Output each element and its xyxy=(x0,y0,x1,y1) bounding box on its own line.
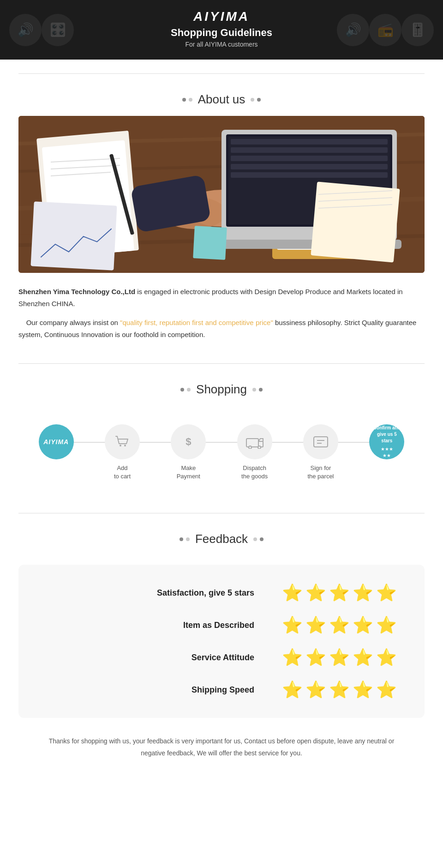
svg-rect-25 xyxy=(231,172,388,178)
shopping-divider-top xyxy=(18,363,425,364)
shopping-flow: AIYIMA Addto cart $ MakePayment xyxy=(18,415,425,490)
header-center-content: AIYIMA Shopping Guidelines For all AIYIM… xyxy=(0,9,443,48)
feedback-row-described: Item as Described ⭐ ⭐ ⭐ ⭐ ⭐ xyxy=(46,615,397,635)
about-quote: "quality first, reputation first and com… xyxy=(120,319,273,326)
shopping-dots-right xyxy=(252,388,263,392)
feedback-dots-left xyxy=(180,537,190,541)
star-12: ⭐ xyxy=(305,648,326,667)
svg-rect-22 xyxy=(231,147,388,153)
dot-4 xyxy=(257,98,261,102)
dot-6 xyxy=(187,388,191,392)
about-image-svg xyxy=(18,116,425,273)
cart-icon xyxy=(105,424,140,459)
cart-svg xyxy=(114,434,131,450)
about-dots-right xyxy=(251,98,261,102)
dot-8 xyxy=(259,388,263,392)
feedback-divider-top xyxy=(18,513,425,513)
feedback-stars-satisfaction: ⭐ ⭐ ⭐ ⭐ ⭐ xyxy=(282,583,397,603)
dot-12 xyxy=(260,537,263,541)
header-title: Shopping Guidelines xyxy=(0,27,443,39)
star-20: ⭐ xyxy=(376,680,397,699)
star-16: ⭐ xyxy=(282,680,303,699)
svg-rect-21 xyxy=(231,139,388,145)
star-5: ⭐ xyxy=(376,583,397,603)
feedback-section: Satisfaction, give 5 stars ⭐ ⭐ ⭐ ⭐ ⭐ Ite… xyxy=(0,555,443,791)
star-11: ⭐ xyxy=(282,648,303,667)
dot-3 xyxy=(251,98,254,102)
dot-5 xyxy=(180,388,184,392)
about-paragraph-2: Our company always insist on "quality fi… xyxy=(18,317,425,340)
flow-step-sign: Sign forthe parcel xyxy=(287,424,353,481)
star-8: ⭐ xyxy=(329,615,350,635)
aiyima-icon: AIYIMA xyxy=(39,424,74,459)
confirm-stars: ★★★★★ xyxy=(381,446,393,459)
feedback-dots-right xyxy=(253,537,263,541)
about-section: Shenzhen Yima Technology Co.,Ltd is enga… xyxy=(0,116,443,340)
about-paragraph-1: Shenzhen Yima Technology Co.,Ltd is enga… xyxy=(18,286,425,309)
star-14: ⭐ xyxy=(353,648,373,667)
dot-11 xyxy=(253,537,257,541)
star-9: ⭐ xyxy=(353,615,373,635)
dot-2 xyxy=(189,98,192,102)
star-13: ⭐ xyxy=(329,648,350,667)
feedback-row-satisfaction: Satisfaction, give 5 stars ⭐ ⭐ ⭐ ⭐ ⭐ xyxy=(46,583,397,603)
svg-point-33 xyxy=(124,445,126,446)
sign-icon xyxy=(303,424,338,459)
header: 🔊 🎛️ 🔊 📻 🎚️ AIYIMA Shopping Guidelines F… xyxy=(0,0,443,60)
svg-point-36 xyxy=(249,446,251,449)
flow-step-aiyima: AIYIMA xyxy=(23,424,89,464)
star-19: ⭐ xyxy=(353,680,373,699)
about-image xyxy=(18,116,425,273)
confirm-text: Confirm andgive us 5 stars xyxy=(373,425,401,444)
flow-step-payment: $ MakePayment xyxy=(156,424,222,481)
star-4: ⭐ xyxy=(353,583,373,603)
svg-rect-34 xyxy=(246,439,258,447)
sign-svg xyxy=(312,435,329,449)
shopping-title: Shopping xyxy=(196,382,247,397)
about-section-header: About us xyxy=(0,92,443,107)
star-18: ⭐ xyxy=(329,680,350,699)
dot-7 xyxy=(252,388,256,392)
flow-step-confirm: Confirm andgive us 5 stars ★★★★★ xyxy=(354,424,420,464)
shopping-section-header: Shopping xyxy=(0,382,443,397)
flow-label-dispatch: Dispatchthe goods xyxy=(241,464,268,481)
svg-rect-27 xyxy=(193,226,227,260)
about-divider-top xyxy=(18,73,425,74)
feedback-stars-service: ⭐ ⭐ ⭐ ⭐ ⭐ xyxy=(282,648,397,667)
header-subtitle: For all AIYIMA customers xyxy=(0,41,443,48)
feedback-label-described: Item as Described xyxy=(46,621,282,630)
star-17: ⭐ xyxy=(305,680,326,699)
star-10: ⭐ xyxy=(376,615,397,635)
company-name: Shenzhen Yima Technology Co.,Ltd xyxy=(18,288,135,295)
star-1: ⭐ xyxy=(282,583,303,603)
star-15: ⭐ xyxy=(376,648,397,667)
flow-step-dispatch: Dispatchthe goods xyxy=(222,424,287,481)
star-7: ⭐ xyxy=(305,615,326,635)
svg-point-37 xyxy=(258,446,261,449)
feedback-title: Feedback xyxy=(195,532,248,546)
payment-icon: $ xyxy=(171,424,206,459)
star-2: ⭐ xyxy=(305,583,326,603)
about-dots-left xyxy=(182,98,192,102)
star-6: ⭐ xyxy=(282,615,303,635)
flow-label-payment: MakePayment xyxy=(177,464,200,481)
feedback-label-shipping: Shipping Speed xyxy=(46,685,282,695)
shopping-section: AIYIMA Addto cart $ MakePayment xyxy=(0,406,443,508)
brand-logo: AIYIMA xyxy=(0,9,443,24)
dispatch-icon xyxy=(237,424,272,459)
svg-point-32 xyxy=(120,445,121,446)
footer-text: Thanks for shopping with us, your feedba… xyxy=(18,731,425,772)
feedback-section-header: Feedback xyxy=(0,532,443,546)
feedback-card: Satisfaction, give 5 stars ⭐ ⭐ ⭐ ⭐ ⭐ Ite… xyxy=(18,565,425,718)
flow-step-cart: Addto cart xyxy=(89,424,155,481)
feedback-row-shipping: Shipping Speed ⭐ ⭐ ⭐ ⭐ ⭐ xyxy=(46,680,397,699)
feedback-label-service: Service Attitude xyxy=(46,653,282,663)
dot-10 xyxy=(186,537,190,541)
feedback-stars-described: ⭐ ⭐ ⭐ ⭐ ⭐ xyxy=(282,615,397,635)
shopping-dots-left xyxy=(180,388,191,392)
feedback-label-satisfaction: Satisfaction, give 5 stars xyxy=(46,588,282,598)
feedback-row-service: Service Attitude ⭐ ⭐ ⭐ ⭐ ⭐ xyxy=(46,648,397,667)
svg-rect-23 xyxy=(231,156,388,161)
dot-9 xyxy=(180,537,183,541)
svg-rect-38 xyxy=(314,437,328,447)
